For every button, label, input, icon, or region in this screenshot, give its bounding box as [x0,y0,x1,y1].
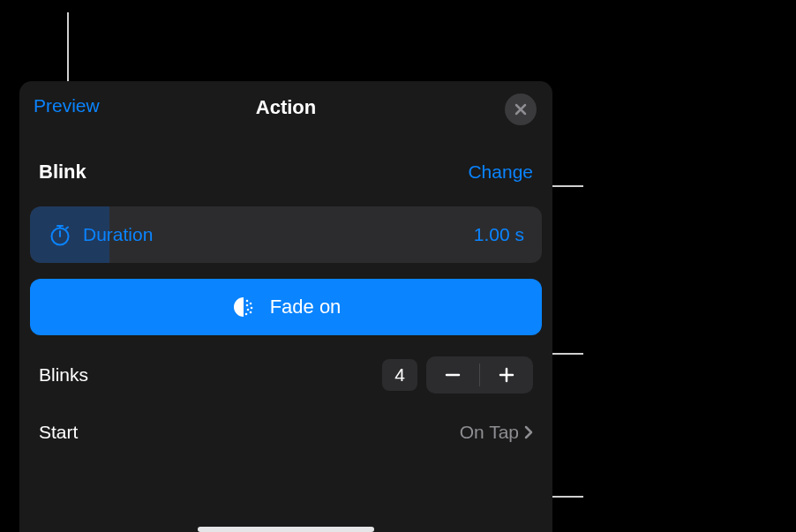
svg-point-12 [249,311,252,314]
start-label: Start [39,422,78,443]
svg-point-7 [245,300,248,303]
chevron-right-icon [524,425,533,439]
increment-button[interactable] [480,356,533,393]
svg-point-11 [246,309,249,311]
blinks-row: Blinks 4 [19,335,552,393]
close-icon [514,102,528,116]
blinks-label: Blinks [39,364,88,386]
duration-slider[interactable]: Duration 1.00 s [30,206,542,263]
blinks-stepper [426,356,533,393]
svg-point-13 [244,313,247,316]
home-indicator [198,527,374,532]
start-value-container: On Tap [460,422,533,443]
duration-value: 1.00 s [474,224,524,245]
effect-row: Blink Change [19,134,552,199]
fade-button[interactable]: Fade on [30,279,542,335]
decrement-button[interactable] [426,356,479,393]
duration-label: Duration [83,224,153,245]
preview-button[interactable]: Preview [34,95,100,116]
callout-line-preview [67,12,69,88]
svg-point-10 [250,307,252,310]
change-button[interactable]: Change [468,161,533,183]
blinks-controls: 4 [382,356,533,393]
panel-header: Preview Action [19,81,552,134]
panel-title: Action [256,96,316,119]
minus-icon [444,366,462,384]
start-row[interactable]: Start On Tap [19,393,552,443]
svg-point-8 [249,303,252,305]
fade-label: Fade on [270,296,342,318]
stopwatch-icon [48,222,72,247]
duration-content: Duration 1.00 s [30,222,542,247]
start-value: On Tap [460,422,519,443]
action-panel: Preview Action Blink Change Duration [19,81,552,532]
svg-point-9 [245,304,248,307]
svg-point-6 [234,297,253,317]
effect-name: Blink [39,161,86,184]
svg-line-4 [66,228,68,229]
close-button[interactable] [505,94,537,125]
fade-icon [231,295,256,319]
plus-icon [498,366,515,384]
blinks-value: 4 [382,359,417,391]
